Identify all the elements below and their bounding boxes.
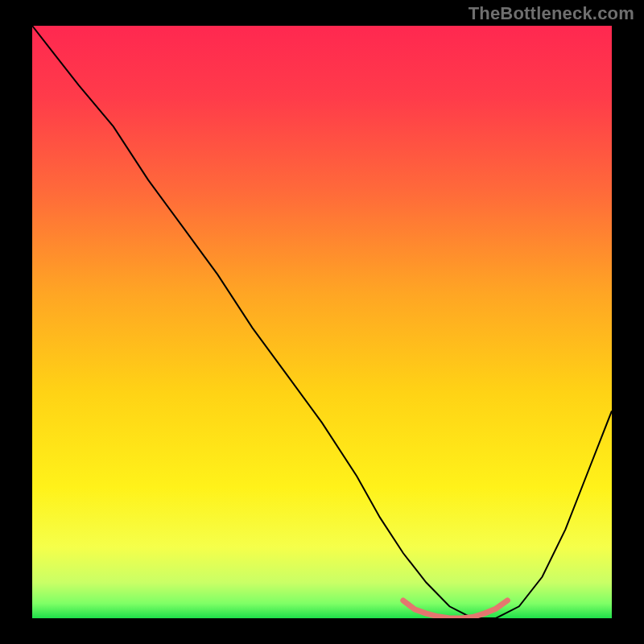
watermark-text: TheBottleneck.com — [469, 3, 634, 24]
chart-frame: TheBottleneck.com — [0, 0, 644, 644]
chart-svg — [32, 26, 612, 618]
chart-background — [32, 26, 612, 618]
plot-area — [32, 26, 612, 618]
